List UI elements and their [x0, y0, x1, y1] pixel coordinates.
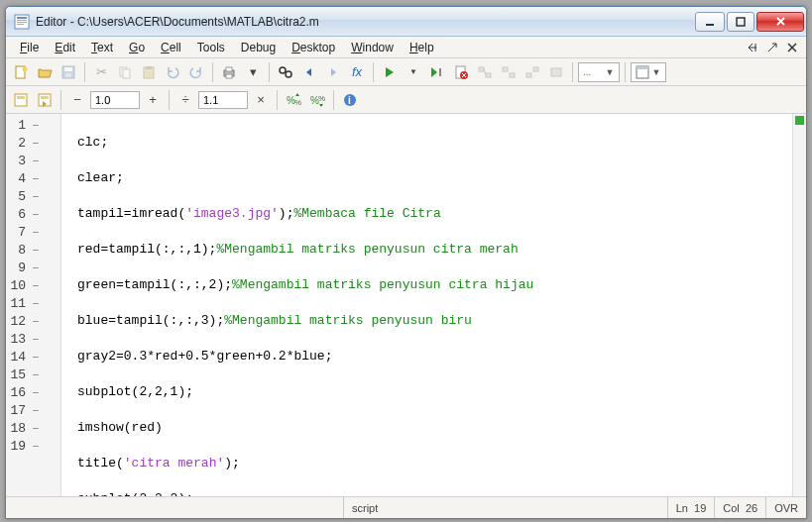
svg-point-8 [23, 66, 28, 71]
menu-go[interactable]: Go [121, 39, 153, 56]
find-icon[interactable] [275, 61, 296, 83]
multiply-icon[interactable]: × [250, 89, 272, 111]
svg-text:i: i [348, 95, 351, 106]
menu-cell[interactable]: Cell [153, 39, 189, 56]
step-in-icon[interactable] [498, 61, 520, 83]
svg-rect-17 [226, 67, 232, 71]
menu-text[interactable]: Text [83, 39, 121, 56]
decrement-icon[interactable]: − [66, 89, 88, 111]
new-file-icon[interactable] [10, 61, 32, 83]
close-button[interactable] [756, 12, 804, 32]
status-ovr[interactable]: OVR [765, 497, 806, 518]
svg-point-19 [280, 67, 286, 73]
code-ok-indicator [795, 116, 804, 125]
function-icon[interactable]: fx [346, 61, 368, 83]
svg-rect-26 [503, 67, 508, 71]
svg-rect-34 [17, 96, 25, 99]
titlebar[interactable]: Editor - C:\Users\ACER\Documents\MATLAB\… [6, 7, 806, 37]
svg-rect-6 [737, 18, 745, 26]
menu-help[interactable]: Help [402, 39, 442, 56]
run-advance-icon[interactable] [426, 61, 448, 83]
copy-icon[interactable] [114, 61, 136, 83]
undo-icon[interactable] [162, 61, 183, 83]
svg-rect-18 [226, 74, 232, 78]
svg-rect-1 [17, 17, 27, 19]
cell-toolbar: − 1.0 + ÷ 1.1 × %% %% i [6, 86, 806, 114]
divide-icon[interactable]: ÷ [174, 89, 196, 111]
minimize-button[interactable] [695, 12, 725, 32]
close-doc-icon[interactable] [784, 40, 800, 55]
goto-back-icon[interactable] [298, 61, 320, 83]
continue-icon[interactable] [545, 61, 567, 83]
editor-window: Editor - C:\Users\ACER\Documents\MATLAB\… [5, 6, 807, 519]
svg-rect-29 [533, 67, 538, 71]
svg-rect-2 [17, 20, 27, 21]
code-area[interactable]: clc; clear; tampil=imread('image3.jpg');… [61, 114, 792, 496]
undock-icon[interactable] [764, 40, 780, 55]
statusbar: script Ln 19 Col 26 OVR [6, 496, 806, 518]
step-out-icon[interactable] [522, 61, 543, 83]
status-line: Ln 19 [667, 497, 715, 518]
window-controls [693, 12, 804, 32]
app-icon [14, 14, 30, 30]
goto-fwd-icon[interactable] [322, 61, 344, 83]
svg-rect-15 [146, 66, 152, 69]
layout-dropdown[interactable]: ▼ [631, 62, 666, 82]
percent-up-icon[interactable]: %% [283, 89, 304, 111]
svg-rect-10 [64, 67, 72, 71]
stack-dropdown[interactable]: ...▼ [578, 62, 620, 82]
status-col: Col 26 [714, 497, 765, 518]
svg-rect-36 [41, 96, 49, 99]
menu-desktop[interactable]: Desktop [284, 39, 343, 56]
open-file-icon[interactable] [34, 61, 56, 83]
editor-content: 1– 2– 3– 4– 5– 6– 7– 8– 9– 10– 11– 12– 1… [6, 114, 806, 496]
run-dropdown-icon[interactable]: ▼ [403, 61, 424, 83]
svg-text:%: % [294, 98, 301, 107]
svg-rect-5 [706, 24, 714, 26]
maximize-button[interactable] [727, 12, 754, 32]
cut-icon[interactable]: ✂ [90, 61, 112, 83]
svg-rect-24 [479, 67, 484, 71]
run-icon[interactable] [379, 61, 401, 83]
svg-rect-27 [510, 73, 515, 77]
redo-icon[interactable] [185, 61, 207, 83]
status-type: script [343, 497, 667, 518]
info-icon[interactable]: i [339, 89, 361, 111]
svg-point-20 [286, 71, 291, 77]
eval-cell-icon[interactable] [10, 89, 32, 111]
svg-rect-32 [637, 66, 648, 69]
zoom2-input[interactable]: 1.1 [198, 91, 248, 109]
eval-cell-advance-icon[interactable] [34, 89, 56, 111]
line-gutter[interactable]: 1– 2– 3– 4– 5– 6– 7– 8– 9– 10– 11– 12– 1… [6, 114, 61, 496]
svg-rect-21 [439, 68, 441, 76]
menu-window[interactable]: Window [343, 39, 402, 56]
dock-toggle-icon[interactable] [745, 40, 760, 55]
menubar: File Edit Text Go Cell Tools Debug Deskt… [6, 37, 806, 58]
svg-rect-25 [486, 73, 491, 77]
breakpoint-clear-icon[interactable] [450, 61, 472, 83]
percent-down-icon[interactable]: %% [306, 89, 328, 111]
svg-rect-33 [15, 94, 27, 106]
svg-rect-3 [17, 22, 27, 23]
menu-edit[interactable]: Edit [47, 39, 83, 56]
menu-debug[interactable]: Debug [233, 39, 284, 56]
paste-icon[interactable] [138, 61, 160, 83]
window-title: Editor - C:\Users\ACER\Documents\MATLAB\… [36, 15, 693, 29]
save-icon[interactable] [58, 61, 79, 83]
svg-rect-4 [17, 24, 24, 25]
zoom1-input[interactable]: 1.0 [90, 91, 140, 109]
svg-rect-30 [551, 68, 561, 76]
main-toolbar: ✂ ▾ fx ▼ ...▼ ▼ [6, 58, 806, 86]
print-icon[interactable] [218, 61, 240, 83]
svg-rect-28 [526, 73, 531, 77]
message-bar[interactable] [792, 114, 806, 496]
svg-rect-13 [123, 69, 130, 78]
increment-icon[interactable]: + [142, 89, 164, 111]
print-preview-icon[interactable]: ▾ [242, 61, 264, 83]
svg-text:%: % [318, 94, 325, 103]
svg-rect-11 [65, 73, 71, 77]
menu-file[interactable]: File [12, 39, 47, 56]
menu-tools[interactable]: Tools [189, 39, 233, 56]
step-icon[interactable] [474, 61, 496, 83]
